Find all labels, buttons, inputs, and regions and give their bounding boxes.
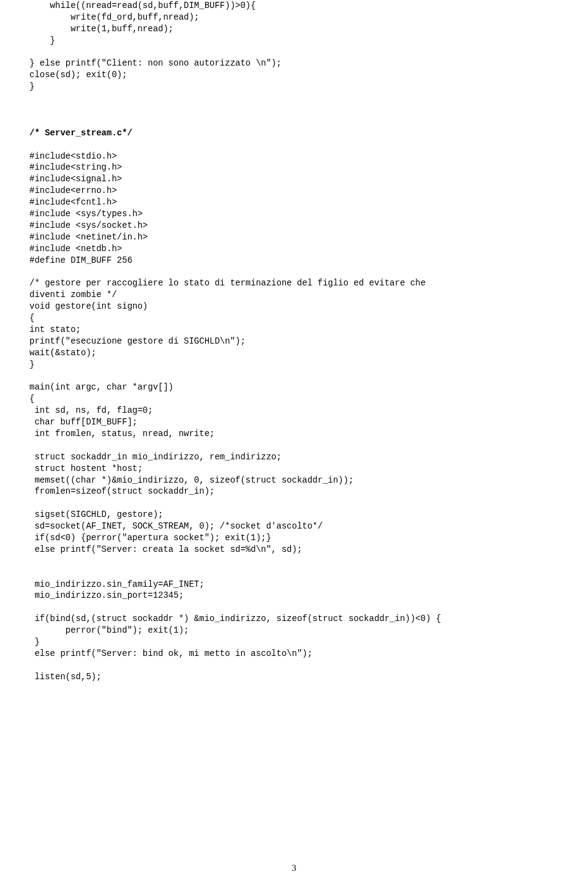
- code-block-top: while((nread=read(sd,buff,DIM_BUFF))>0){…: [29, 0, 559, 127]
- page-number: 3: [0, 862, 588, 874]
- code-block-bottom: #include<stdio.h> #include<string.h> #in…: [29, 139, 559, 683]
- section-heading: /* Server_stream.c*/: [29, 127, 559, 139]
- document-page: while((nread=read(sd,buff,DIM_BUFF))>0){…: [0, 0, 588, 896]
